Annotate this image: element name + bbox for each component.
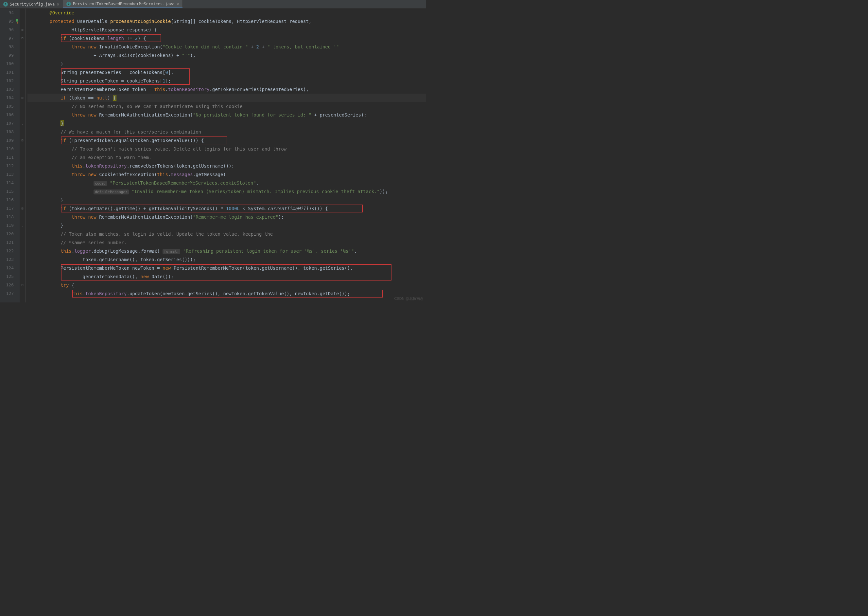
fold-toggle-icon[interactable]: ⊟: [20, 136, 25, 145]
line-number: 103: [0, 85, 14, 94]
line-number: 123: [0, 255, 14, 264]
up-arrow-icon: ↑: [16, 18, 18, 27]
line-number: 97: [0, 34, 14, 42]
code-line[interactable]: // an exception to warn them.: [27, 153, 426, 162]
code-line[interactable]: protected UserDetails processAutoLoginCo…: [27, 17, 426, 25]
code-line[interactable]: // *same* series number.: [27, 238, 426, 247]
line-number: 122: [0, 247, 14, 255]
line-number: 114: [0, 179, 14, 187]
line-number: 125: [0, 272, 14, 281]
code-line[interactable]: PersistentRememberMeToken newToken = new…: [27, 264, 426, 272]
code-line[interactable]: throw new RememberMeAuthenticationExcept…: [27, 111, 426, 119]
code-line[interactable]: throw new InvalidCookieException("Cookie…: [27, 42, 426, 51]
code-line[interactable]: if (token.getDate().getTime() + getToken…: [27, 204, 426, 213]
code-line[interactable]: if (cookieTokens.length != 2) {: [27, 34, 426, 42]
close-icon[interactable]: ×: [176, 1, 179, 6]
line-number: 110: [0, 145, 14, 153]
code-line[interactable]: try {: [27, 281, 426, 289]
line-number: 119: [0, 221, 14, 230]
line-number: 126: [0, 281, 14, 289]
code-line[interactable]: if (token == null) {: [27, 94, 426, 102]
code-line[interactable]: if (!presentedToken.equals(token.getToke…: [27, 136, 426, 145]
code-line[interactable]: @Override: [27, 8, 426, 17]
line-number: 106: [0, 111, 14, 119]
tab-securityconfig[interactable]: C SecurityConfig.java ×: [0, 0, 63, 8]
code-line[interactable]: }: [27, 119, 426, 128]
line-number: 109: [0, 136, 14, 145]
line-number: 113: [0, 170, 14, 179]
line-number-gutter: 9495↑96979899100101102103104105106107108…: [0, 8, 20, 302]
line-number: 124: [0, 264, 14, 272]
line-number: 116: [0, 196, 14, 204]
code-area[interactable]: @Override protected UserDetails processA…: [25, 8, 426, 302]
line-number: 101: [0, 68, 14, 77]
line-number: 94: [0, 8, 14, 17]
fold-end-icon: ⌞: [20, 60, 25, 68]
code-line[interactable]: defaultMessage: "Invalid remember-me tok…: [27, 187, 426, 196]
line-number: 108: [0, 128, 14, 136]
fold-toggle-icon[interactable]: ⊟: [20, 94, 25, 102]
editor-tabs: C SecurityConfig.java × C PersistentToke…: [0, 0, 426, 8]
line-number: 105: [0, 102, 14, 111]
fold-toggle-icon[interactable]: ⊟: [20, 204, 25, 213]
line-number: 95↑: [0, 17, 14, 25]
line-number: 118: [0, 213, 14, 221]
line-number: 112: [0, 162, 14, 170]
code-line[interactable]: HttpServletResponse response) {: [27, 25, 426, 34]
class-icon: C: [3, 2, 8, 6]
line-number: 117: [0, 204, 14, 213]
code-line[interactable]: // Token also matches, so login is valid…: [27, 230, 426, 238]
code-line[interactable]: }: [27, 221, 426, 230]
fold-end-icon: ⌞: [20, 221, 25, 230]
tab-label: SecurityConfig.java: [10, 2, 55, 6]
code-line[interactable]: this.tokenRepository.removeUserTokens(to…: [27, 162, 426, 170]
line-number: 111: [0, 153, 14, 162]
fold-toggle-icon[interactable]: ⊟: [20, 25, 25, 34]
line-number: 96: [0, 25, 14, 34]
close-icon[interactable]: ×: [56, 2, 59, 7]
line-number: 104: [0, 94, 14, 102]
line-number: 127: [0, 289, 14, 298]
fold-toggle-icon[interactable]: ⊟: [20, 34, 25, 42]
fold-column[interactable]: ⊟⊟⌞⊟⌞⊟⌞⊟⌞⊟: [20, 8, 25, 302]
code-line[interactable]: }: [27, 60, 426, 68]
code-line[interactable]: PersistentRememberMeToken token = this.t…: [27, 85, 426, 94]
code-line[interactable]: }: [27, 196, 426, 204]
code-line[interactable]: code: "PersistentTokenBasedRememberMeSer…: [27, 179, 426, 187]
code-line[interactable]: + Arrays.asList(cookieTokens) + "'");: [27, 51, 426, 60]
code-line[interactable]: // Token doesn't match series value. Del…: [27, 145, 426, 153]
fold-end-icon: ⌞: [20, 196, 25, 204]
code-line[interactable]: // We have a match for this user/series …: [27, 128, 426, 136]
line-number: 120: [0, 230, 14, 238]
code-line[interactable]: this.tokenRepository.updateToken(newToke…: [27, 289, 426, 298]
tab-persistenttoken[interactable]: C PersistentTokenBasedRememberMeServices…: [63, 0, 183, 8]
line-number: 107: [0, 119, 14, 128]
line-number: 98: [0, 42, 14, 51]
code-line[interactable]: String presentedToken = cookieTokens[1];: [27, 77, 426, 85]
line-number: 100: [0, 60, 14, 68]
code-line[interactable]: throw new RememberMeAuthenticationExcept…: [27, 213, 426, 221]
tab-label: PersistentTokenBasedRememberMeServices.j…: [73, 2, 175, 6]
code-line[interactable]: token.getUsername(), token.getSeries()))…: [27, 255, 426, 264]
line-number: 102: [0, 77, 14, 85]
fold-toggle-icon[interactable]: ⊟: [20, 281, 25, 289]
line-number: 115: [0, 187, 14, 196]
code-line[interactable]: generateTokenData(), new Date());: [27, 272, 426, 281]
code-editor[interactable]: 9495↑96979899100101102103104105106107108…: [0, 8, 426, 302]
code-line[interactable]: String presentedSeries = cookieTokens[0]…: [27, 68, 426, 77]
code-line[interactable]: // No series match, so we can't authenti…: [27, 102, 426, 111]
class-icon: C: [66, 2, 71, 6]
watermark: CSDN @北执南念: [395, 296, 423, 301]
line-number: 99: [0, 51, 14, 60]
code-line[interactable]: this.logger.debug(LogMessage.format( for…: [27, 247, 426, 255]
line-number: 121: [0, 238, 14, 247]
code-line[interactable]: throw new CookieTheftException(this.mess…: [27, 170, 426, 179]
fold-end-icon: ⌞: [20, 119, 25, 128]
